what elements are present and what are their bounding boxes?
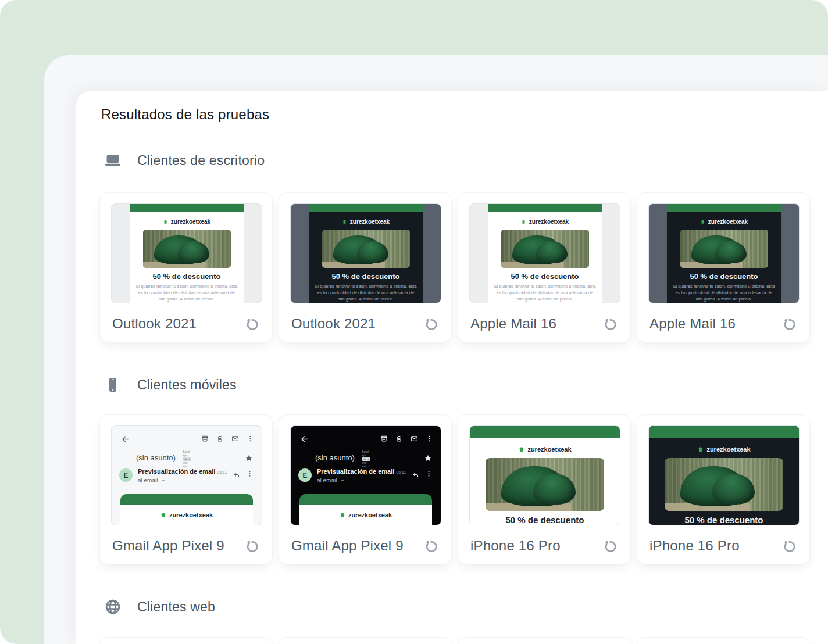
section-title-web: Clientes web	[137, 599, 215, 615]
more-vertical-icon	[247, 435, 254, 442]
chevron-down-icon	[340, 478, 345, 483]
email-body-text: Si quieres renovar tu salón, dormitorio …	[493, 284, 597, 303]
more-vertical-icon	[426, 435, 433, 442]
app-window: Resultados de las pruebas Clientes de es…	[44, 55, 828, 644]
results-panel: Resultados de las pruebas Clientes de es…	[76, 91, 828, 644]
email-header-bar	[130, 204, 244, 212]
result-card-outlook-dark[interactable]: zurezkoetxeak 50 % de descuento Si quier…	[279, 192, 452, 342]
client-name: iPhone 16 Pro	[470, 538, 561, 554]
inbox-label-chip: Band eja de × entr ada	[183, 450, 200, 468]
house-icon	[163, 219, 168, 224]
email-header-bar	[667, 204, 781, 212]
brand-logo: zurezkoetxeak	[667, 219, 781, 225]
web-cards-row	[99, 637, 810, 644]
refresh-button[interactable]	[602, 317, 618, 332]
desktop-cards-row: zurezkoetxeak 50 % de descuento Si quier…	[99, 192, 810, 342]
house-icon	[518, 446, 524, 453]
section-header-desktop: Clientes de escritorio	[104, 150, 265, 171]
house-icon	[340, 512, 345, 518]
email-preview-thumbnail: zurezkoetxeak 50 % de descuento	[469, 425, 620, 525]
sender-name: Previsualización de email06:11	[138, 468, 227, 475]
result-card-applemail-dark[interactable]: zurezkoetxeak 50 % de descuento Si quier…	[637, 192, 810, 342]
section-title-desktop: Clientes de escritorio	[137, 153, 265, 169]
email-headline: 50 % de descuento	[130, 272, 244, 281]
email-headline: 50 % de descuento	[488, 272, 602, 281]
recipient-row: al email	[317, 477, 345, 484]
trash-icon	[395, 435, 403, 442]
email-preview-thumbnail: zurezkoetxeak 50 % de descuento Si quier…	[290, 203, 441, 303]
brand-logo: zurezkoetxeak	[470, 446, 620, 453]
inbox-label-chip: Band eja de × entr ada	[362, 450, 379, 468]
result-card-iphone-light[interactable]: zurezkoetxeak 50 % de descuento iPhone 1…	[458, 414, 631, 564]
email-subject: (sin asunto)	[136, 453, 176, 462]
chevron-down-icon	[160, 478, 166, 483]
brand-logo: zurezkoetxeak	[649, 446, 799, 453]
client-name: Outlook 2021	[112, 316, 197, 332]
back-arrow-icon	[120, 434, 130, 444]
product-image	[486, 458, 604, 511]
star-icon	[424, 454, 432, 462]
refresh-button[interactable]	[602, 539, 618, 554]
refresh-button[interactable]	[781, 539, 797, 554]
refresh-button[interactable]	[244, 539, 260, 554]
email-header-bar	[299, 494, 432, 505]
house-icon	[697, 446, 704, 453]
client-name: Gmail App Pixel 9	[112, 538, 224, 554]
reply-icon	[412, 470, 419, 478]
email-headline: 50 % de descuento	[470, 515, 620, 525]
mail-icon	[231, 435, 239, 442]
result-card-web[interactable]	[99, 637, 273, 644]
house-icon	[521, 219, 526, 224]
brand-logo: zurezkoetxeak	[120, 505, 253, 525]
mail-icon	[411, 435, 418, 442]
email-body-text: Si quieres renovar tu salón, dormitorio …	[135, 284, 238, 303]
email-subject: (sin asunto)	[315, 453, 355, 462]
refresh-button[interactable]	[244, 317, 260, 332]
house-icon	[700, 219, 705, 224]
client-name: Apple Mail 16	[470, 316, 556, 332]
email-preview-thumbnail: zurezkoetxeak 50 % de descuento	[648, 425, 800, 525]
divider	[76, 362, 828, 362]
more-vertical-icon	[425, 470, 433, 478]
archive-icon	[380, 435, 388, 442]
house-icon	[342, 219, 347, 224]
section-header-mobile: Clientes móviles	[104, 374, 237, 395]
reply-icon	[233, 470, 240, 478]
brand-logo: zurezkoetxeak	[488, 219, 602, 225]
laptop-icon	[104, 151, 122, 170]
product-image	[143, 230, 231, 268]
smartphone-icon	[104, 375, 122, 394]
product-image	[501, 230, 589, 268]
more-vertical-icon	[246, 470, 254, 478]
house-icon	[160, 512, 166, 518]
result-card-web[interactable]	[458, 637, 631, 644]
email-headline: 50 % de descuento	[649, 515, 799, 525]
result-card-applemail-light[interactable]: zurezkoetxeak 50 % de descuento Si quier…	[458, 192, 631, 342]
result-card-web[interactable]	[637, 637, 810, 644]
page-background: Resultados de las pruebas Clientes de es…	[0, 0, 828, 644]
refresh-button[interactable]	[423, 317, 439, 332]
globe-icon	[104, 598, 122, 616]
email-body-preview: zurezkoetxeak	[120, 494, 253, 525]
refresh-button[interactable]	[423, 539, 439, 554]
brand-logo: zurezkoetxeak	[299, 505, 432, 525]
sender-name: Previsualización de email06:11	[317, 468, 406, 475]
sender-avatar: E	[119, 468, 133, 482]
result-card-web[interactable]	[279, 637, 452, 644]
product-image	[665, 458, 783, 511]
recipient-row: al email	[138, 477, 166, 484]
sender-avatar: E	[298, 468, 312, 482]
client-name: Outlook 2021	[291, 316, 376, 332]
brand-logo: zurezkoetxeak	[130, 219, 244, 225]
result-card-gmail-light[interactable]: (sin asunto) Band eja de × entr ada E	[99, 414, 273, 564]
email-preview-thumbnail: zurezkoetxeak 50 % de descuento Si quier…	[111, 203, 262, 303]
result-card-iphone-dark[interactable]: zurezkoetxeak 50 % de descuento iPhone 1…	[637, 414, 810, 564]
product-image	[322, 230, 410, 268]
result-card-outlook-light[interactable]: zurezkoetxeak 50 % de descuento Si quier…	[99, 192, 273, 342]
refresh-button[interactable]	[781, 317, 797, 332]
result-card-gmail-dark[interactable]: (sin asunto) Band eja de × entr ada E	[279, 414, 452, 564]
star-icon	[245, 454, 253, 462]
email-preview-thumbnail: zurezkoetxeak 50 % de descuento Si quier…	[469, 203, 620, 303]
timestamp: 06:11	[217, 470, 227, 474]
section-header-web: Clientes web	[104, 596, 215, 617]
